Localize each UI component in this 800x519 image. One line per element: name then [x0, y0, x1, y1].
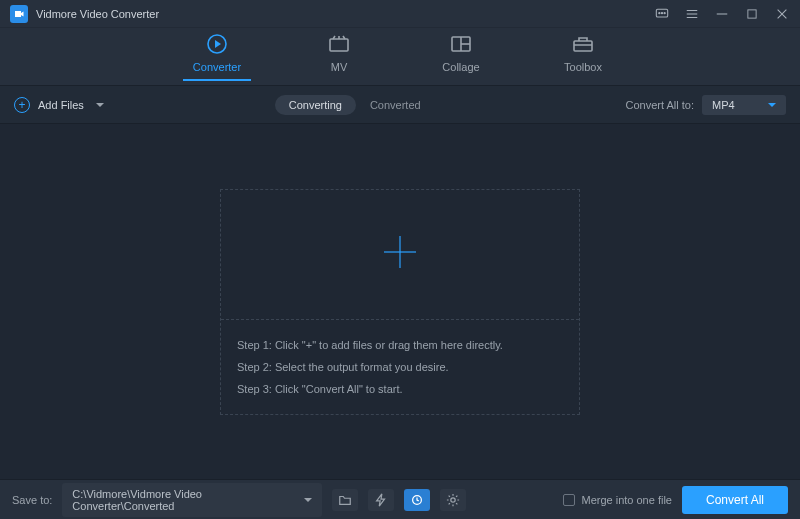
save-to-label: Save to: — [12, 494, 52, 506]
pill-converting[interactable]: Converting — [275, 95, 356, 115]
main-tabs: Converter MV Collage Toolbox — [0, 28, 800, 86]
app-title: Vidmore Video Converter — [36, 8, 654, 20]
merge-label: Merge into one file — [581, 494, 672, 506]
settings-button[interactable] — [440, 489, 466, 511]
save-path-select[interactable]: C:\Vidmore\Vidmore Video Converter\Conve… — [62, 483, 322, 517]
tab-label: Converter — [193, 61, 241, 73]
step-text: Step 2: Select the output format you des… — [237, 356, 563, 378]
save-path-text: C:\Vidmore\Vidmore Video Converter\Conve… — [72, 488, 300, 512]
status-filter: Converting Converted — [275, 95, 435, 115]
titlebar: Vidmore Video Converter — [0, 0, 800, 28]
converter-icon — [205, 33, 229, 55]
tab-label: Collage — [442, 61, 479, 73]
svg-point-2 — [661, 12, 662, 13]
chevron-down-icon — [304, 498, 312, 502]
checkbox-icon — [563, 494, 575, 506]
format-selected: MP4 — [712, 99, 735, 111]
plus-circle-icon: + — [14, 97, 30, 113]
pill-converted[interactable]: Converted — [356, 95, 435, 115]
svg-rect-12 — [330, 39, 348, 51]
convert-all-to: Convert All to: MP4 — [626, 95, 786, 115]
menu-icon[interactable] — [684, 6, 700, 22]
tab-toolbox[interactable]: Toolbox — [549, 33, 617, 81]
minimize-icon[interactable] — [714, 6, 730, 22]
close-icon[interactable] — [774, 6, 790, 22]
high-speed-button[interactable] — [404, 489, 430, 511]
chevron-down-icon — [768, 103, 776, 107]
add-files-label: Add Files — [38, 99, 84, 111]
maximize-icon[interactable] — [744, 6, 760, 22]
chevron-down-icon — [96, 103, 104, 107]
tab-collage[interactable]: Collage — [427, 33, 495, 81]
tab-label: MV — [331, 61, 348, 73]
window-controls — [654, 6, 790, 22]
collage-icon — [449, 33, 473, 55]
plus-icon — [378, 230, 422, 278]
add-files-button[interactable]: + Add Files — [14, 97, 104, 113]
convert-all-to-label: Convert All to: — [626, 99, 694, 111]
output-format-select[interactable]: MP4 — [702, 95, 786, 115]
main-canvas: Step 1: Click "+" to add files or drag t… — [0, 124, 800, 479]
dropzone-steps: Step 1: Click "+" to add files or drag t… — [221, 320, 579, 414]
dropzone: Step 1: Click "+" to add files or drag t… — [220, 189, 580, 415]
tab-mv[interactable]: MV — [305, 33, 373, 81]
app-logo — [10, 5, 28, 23]
dropzone-add-area[interactable] — [221, 190, 579, 320]
tab-label: Toolbox — [564, 61, 602, 73]
open-folder-button[interactable] — [332, 489, 358, 511]
svg-point-3 — [664, 12, 665, 13]
mv-icon — [327, 33, 351, 55]
svg-rect-16 — [574, 41, 592, 51]
feedback-icon[interactable] — [654, 6, 670, 22]
merge-checkbox[interactable]: Merge into one file — [563, 494, 672, 506]
step-text: Step 3: Click "Convert All" to start. — [237, 378, 563, 400]
toolbox-icon — [571, 33, 595, 55]
bottombar: Save to: C:\Vidmore\Vidmore Video Conver… — [0, 479, 800, 519]
step-text: Step 1: Click "+" to add files or drag t… — [237, 334, 563, 356]
tab-converter[interactable]: Converter — [183, 33, 251, 81]
svg-rect-8 — [748, 9, 756, 17]
svg-point-1 — [659, 12, 660, 13]
hardware-accel-button[interactable] — [368, 489, 394, 511]
toolbar: + Add Files Converting Converted Convert… — [0, 86, 800, 124]
convert-all-button[interactable]: Convert All — [682, 486, 788, 514]
svg-point-20 — [451, 497, 455, 501]
